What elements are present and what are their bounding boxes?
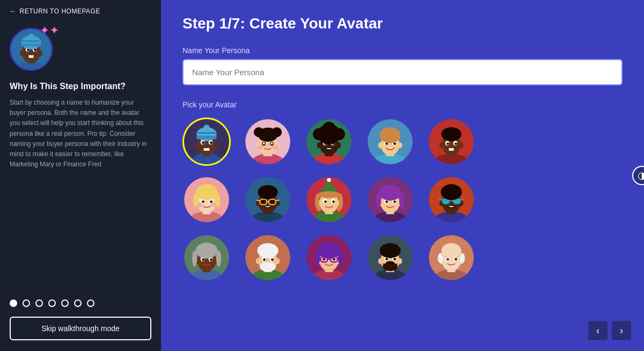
svg-point-57 (323, 122, 335, 135)
svg-point-78 (441, 127, 461, 141)
svg-point-37 (263, 142, 265, 145)
sidebar-avatar-wrapper: ✦✦ (10, 28, 53, 71)
step-dots (0, 299, 161, 317)
svg-point-193 (379, 243, 400, 258)
avatar-option-6[interactable] (182, 176, 231, 224)
step-dot-7[interactable] (87, 299, 94, 307)
avatar-option-10[interactable] (427, 176, 475, 224)
avatar-option-7[interactable] (244, 176, 292, 224)
svg-point-127 (393, 200, 396, 203)
persona-name-input[interactable] (182, 59, 623, 85)
svg-point-75 (447, 142, 449, 145)
avatar-option-11[interactable] (182, 233, 231, 282)
svg-point-90 (195, 184, 217, 200)
svg-point-150 (210, 258, 213, 261)
svg-point-153 (216, 251, 221, 267)
svg-point-117 (327, 178, 331, 182)
next-button[interactable]: › (612, 321, 631, 340)
svg-point-162 (271, 258, 274, 261)
svg-point-114 (332, 200, 335, 203)
svg-rect-10 (28, 55, 33, 58)
step-dot-1[interactable] (10, 299, 17, 307)
svg-point-141 (441, 184, 462, 200)
svg-point-66 (393, 142, 396, 145)
svg-point-71 (440, 142, 444, 148)
prev-button[interactable]: ‹ (588, 321, 608, 340)
svg-point-190 (393, 258, 396, 260)
svg-point-161 (263, 258, 266, 261)
svg-point-67 (379, 127, 400, 143)
svg-point-103 (262, 200, 265, 203)
step-dot-5[interactable] (61, 299, 69, 307)
avatar-option-4[interactable] (366, 118, 414, 166)
svg-point-38 (271, 142, 273, 145)
avatar-grid (182, 118, 623, 282)
avatar-option-2[interactable] (244, 118, 292, 166)
svg-rect-13 (22, 40, 40, 42)
avatar-option-1[interactable] (182, 118, 231, 166)
theme-toggle-button[interactable]: ◑ (632, 166, 644, 185)
avatar-option-9[interactable] (366, 176, 414, 224)
svg-point-205 (460, 253, 465, 264)
sidebar-info: Why Is This Step Important? Start by cho… (0, 71, 161, 170)
svg-point-40 (254, 127, 264, 137)
svg-rect-27 (196, 136, 216, 140)
svg-point-164 (257, 243, 278, 258)
svg-point-204 (438, 253, 443, 264)
svg-point-158 (275, 258, 280, 264)
svg-point-42 (257, 145, 263, 149)
step-dot-4[interactable] (48, 299, 56, 307)
step-dot-6[interactable] (74, 299, 82, 307)
avatar-option-3[interactable] (305, 118, 353, 166)
svg-point-41 (272, 127, 282, 137)
svg-point-91 (193, 193, 198, 207)
svg-point-14 (28, 33, 34, 39)
svg-point-192 (386, 261, 394, 265)
svg-point-105 (258, 185, 277, 199)
svg-point-48 (317, 142, 322, 148)
persona-input-label: Name Your Persona (182, 46, 623, 55)
sidebar-avatar-section: ✦✦ (0, 23, 161, 71)
svg-point-152 (192, 251, 197, 267)
svg-point-186 (397, 258, 402, 264)
step-dot-2[interactable] (23, 299, 30, 307)
svg-point-180 (315, 250, 320, 266)
skip-walkthrough-button[interactable]: Skip walkthrough mode (10, 317, 151, 340)
svg-point-177 (323, 258, 325, 260)
svg-point-129 (376, 192, 381, 208)
sidebar-description: Start by choosing a name to humanize you… (10, 98, 151, 170)
avatar-option-5[interactable] (427, 118, 475, 166)
svg-rect-25 (203, 148, 209, 151)
svg-point-151 (195, 243, 217, 259)
main-content: Step 1/7: Create Your Avatar Name Your P… (161, 0, 644, 351)
svg-point-179 (318, 243, 340, 259)
svg-rect-28 (197, 132, 216, 134)
svg-point-185 (378, 258, 383, 264)
svg-rect-77 (449, 148, 453, 151)
avatar-option-12[interactable] (244, 233, 292, 282)
svg-point-92 (215, 193, 220, 207)
pick-avatar-label: Pick your Avatar (182, 100, 623, 109)
svg-point-49 (336, 142, 341, 148)
back-arrow-icon: ← (10, 8, 17, 15)
avatar-option-15[interactable] (427, 233, 475, 282)
svg-point-104 (271, 200, 274, 203)
svg-point-126 (385, 200, 388, 203)
back-to-homepage-button[interactable]: ← RETURN TO HOMEPAGE (0, 0, 161, 23)
svg-point-76 (455, 142, 457, 145)
svg-line-139 (439, 199, 442, 200)
back-label: RETURN TO HOMEPAGE (20, 8, 100, 15)
svg-point-130 (399, 192, 404, 208)
sidebar: ← RETURN TO HOMEPAGE (0, 0, 161, 351)
svg-point-128 (379, 185, 401, 201)
svg-rect-12 (21, 43, 41, 47)
avatar-option-8[interactable] (305, 176, 353, 224)
svg-point-62 (397, 142, 402, 148)
avatar-option-14[interactable] (366, 233, 414, 282)
svg-point-43 (272, 145, 278, 149)
sparkle-icon: ✦✦ (40, 25, 59, 36)
step-dot-3[interactable] (35, 299, 43, 307)
avatar-option-13[interactable] (305, 233, 353, 282)
sidebar-section-title: Why Is This Step Important? (10, 82, 151, 91)
svg-point-24 (210, 142, 213, 144)
